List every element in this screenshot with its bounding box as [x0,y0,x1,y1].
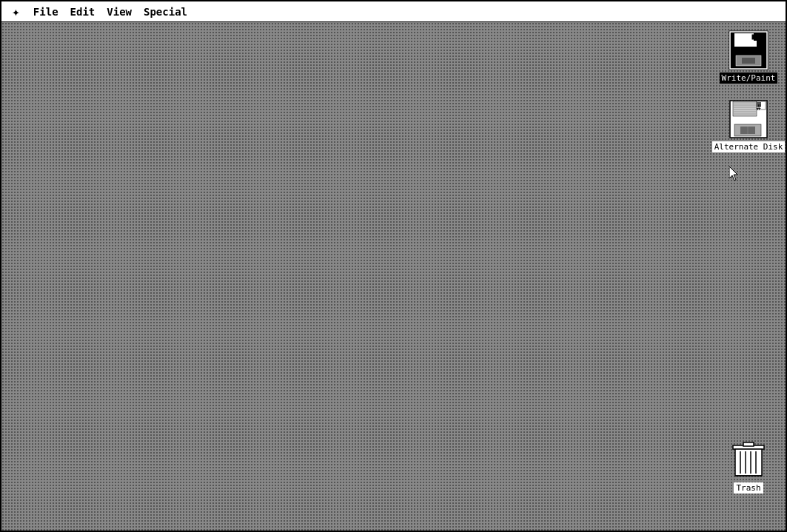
menu-bar: ✦ File Edit View Special [1,1,786,22]
svg-rect-24 [735,449,762,476]
alternate-disk-image: # [728,98,769,140]
svg-rect-23 [743,442,754,446]
menu-special[interactable]: Special [138,4,193,19]
alternate-disk-label: Alternate Disk [712,141,786,152]
svg-rect-6 [752,35,757,39]
menu-view[interactable]: View [101,4,138,19]
write-paint-icon[interactable]: Write/Paint [719,30,778,84]
write-paint-image [728,30,769,71]
write-paint-label: Write/Paint [720,73,778,84]
menu-edit[interactable]: Edit [64,4,101,19]
mouse-cursor [729,166,741,181]
svg-rect-5 [742,58,755,64]
mac-window: ✦ File Edit View Special [0,0,787,532]
trash-icon[interactable]: Trash [719,440,778,494]
trash-label: Trash [734,482,763,494]
desktop[interactable]: Write/Paint [1,22,786,531]
menu-file[interactable]: File [27,4,64,19]
apple-menu[interactable]: ✦ [4,2,27,21]
svg-text:#: # [757,104,761,112]
alternate-disk-icon[interactable]: # Alternate Disk [719,98,778,152]
trash-image [728,440,769,481]
desktop-icons-column: Write/Paint [719,30,778,152]
svg-marker-21 [729,166,737,181]
